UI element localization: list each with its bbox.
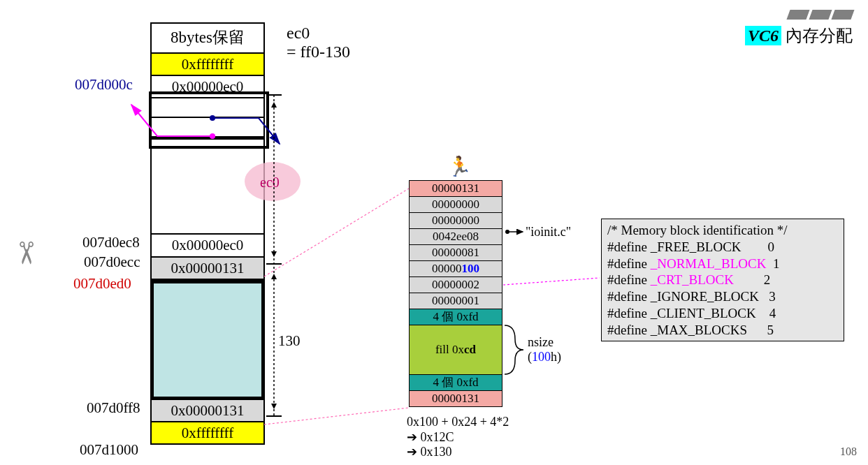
blk-00000131-top: 00000131 [410,181,502,196]
addr-007d0ed0: 007d0ed0 [73,275,131,293]
code-block: /* Memory block identification */ #defin… [601,219,844,341]
addr-007d0ecc: 007d0ecc [84,253,140,271]
node-blue [210,115,215,121]
blk-00000002: 00000002 [410,276,502,293]
addr-007d1000: 007d1000 [80,441,138,459]
cell-ffff-top: 0xffffffff [152,52,263,75]
pointer-box [149,91,269,149]
cell-ec0-2: 0x00000ec0 [152,233,263,256]
code-free: #define _FREE_BLOCK 0 [607,239,838,256]
blk-00000000-2: 00000000 [410,212,502,228]
decorative-bars [745,7,853,23]
blk-4fd-bot: 4 個 0xfd [410,374,502,390]
blk-00000081: 00000081 [410,244,502,260]
blk-00000001: 00000001 [410,293,502,309]
blk-0042ee08: 0042ee08 [410,228,502,244]
title: VC6 內存分配 [745,26,853,45]
ec0-note-line1: ec0 [287,24,310,42]
cell-gap [152,136,263,233]
blk-00000000-1: 00000000 [410,196,502,212]
code-crt: #define _CRT_BLOCK 2 [607,272,838,288]
title-rest: 內存分配 [781,27,853,45]
svg-point-6 [505,230,509,234]
code-client: #define _CLIENT_BLOCK 4 [607,305,838,322]
crt-block: 00000131 00000000 00000000 0042ee08 0000… [409,180,502,407]
cell-user-data [152,282,263,397]
blk-00000131-bot: 00000131 [410,390,502,406]
cell-ffff-bot: 0xffffffff [152,421,263,443]
blk-4fd-top: 4 個 0xfd [410,309,502,325]
code-normal: #define _NORMAL_BLOCK 1 [607,256,838,272]
size-calc: 0x100 + 0x24 + 4*2 ➔ 0x12C ➔ 0x130 [407,415,509,460]
addr-007d0ec8: 007d0ec8 [82,234,140,251]
ec0-note-line2: = ff0-130 [287,43,350,61]
runner-icon: 🏃 [447,155,472,178]
ec0-note: ec0 = ff0-130 [287,24,350,61]
nsize-label: nsize (100h) [528,335,561,364]
svg-line-8 [503,278,600,285]
memory-stack: 8bytes保留 0xffffffff 0x00000ec0 0x00000ec… [150,22,265,445]
cell-reserved: 8bytes保留 [152,24,263,52]
cell-131-1: 0x00000131 [152,256,263,282]
code-max: #define _MAX_BLOCKS 5 [607,322,838,339]
blk-fill-cd: fill 0xcd [410,325,502,374]
code-comment: /* Memory block identification */ [607,222,838,239]
code-ignore: #define _IGNORE_BLOCK 3 [607,288,838,305]
ioinit-label: "ioinit.c" [526,225,571,239]
node-magenta [210,133,215,139]
addr-007d000c: 007d000c [75,76,133,94]
title-vc6: VC6 [745,26,781,45]
blk-00000100: 00000100 [410,260,502,276]
page-number: 108 [840,445,857,458]
cell-131-2: 0x00000131 [152,397,263,421]
title-block: VC6 內存分配 [745,7,853,47]
span-130-label: 130 [278,332,301,350]
addr-007d0ff8: 007d0ff8 [87,399,140,417]
scissors-icon: ✂ [8,240,44,266]
